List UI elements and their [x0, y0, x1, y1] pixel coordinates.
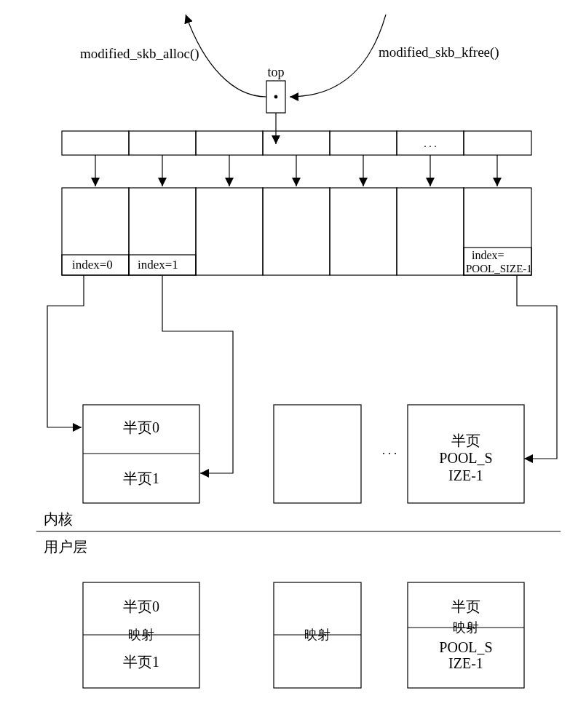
- svg-rect-0: [62, 131, 129, 155]
- kp0-half1: 半页1: [123, 470, 159, 486]
- label-top: top: [267, 65, 284, 79]
- label-idx1: index=1: [138, 258, 178, 272]
- slot-to-blocks-arrows: [95, 155, 497, 186]
- svg-rect-6: [464, 131, 531, 155]
- slot-row: [62, 131, 531, 155]
- upL-c: IZE-1: [448, 655, 483, 671]
- svg-rect-13: [464, 188, 531, 275]
- svg-rect-3: [263, 131, 330, 155]
- svg-rect-4: [330, 131, 397, 155]
- up0-half1: 半页1: [123, 654, 159, 670]
- label-kernel: 内核: [44, 511, 73, 527]
- kernel-page-mid: [274, 405, 361, 503]
- kernel-mid-ellipsis: . . .: [382, 444, 397, 456]
- up0-half0: 半页0: [123, 598, 159, 614]
- svg-rect-9: [196, 188, 263, 275]
- label-idxLastB: POOL_SIZE-1: [466, 263, 532, 274]
- kpL-c: IZE-1: [448, 467, 483, 483]
- label-kfree: modified_skb_kfree(): [379, 44, 499, 60]
- index-blocks: [62, 188, 531, 275]
- upL-map: 映射: [453, 620, 479, 635]
- arrow-idx0-to-page0: [47, 275, 84, 427]
- upM-map: 映射: [304, 628, 330, 642]
- label-user: 用户层: [44, 539, 87, 555]
- slot-ellipsis: . . .: [424, 138, 437, 149]
- svg-rect-2: [196, 131, 263, 155]
- kp0-half0: 半页0: [123, 419, 159, 435]
- label-idxLastA: index=: [472, 249, 504, 261]
- top-ptr-dot: [274, 95, 278, 99]
- svg-rect-11: [330, 188, 397, 275]
- label-idx0: index=0: [72, 258, 113, 272]
- arrow-idxLast-to-pageLast: [517, 275, 557, 459]
- svg-rect-12: [397, 188, 464, 275]
- arc-kfree: [290, 15, 386, 97]
- label-alloc: modified_skb_alloc(): [80, 46, 199, 62]
- up0-map: 映射: [128, 628, 154, 642]
- svg-rect-10: [263, 188, 330, 275]
- kpL-a: 半页: [451, 432, 480, 448]
- upL-a: 半页: [451, 598, 480, 614]
- arrow-idx1-to-page1: [162, 275, 233, 473]
- kpL-b: POOL_S: [439, 450, 492, 466]
- svg-rect-1: [129, 131, 196, 155]
- upL-b: POOL_S: [439, 639, 492, 655]
